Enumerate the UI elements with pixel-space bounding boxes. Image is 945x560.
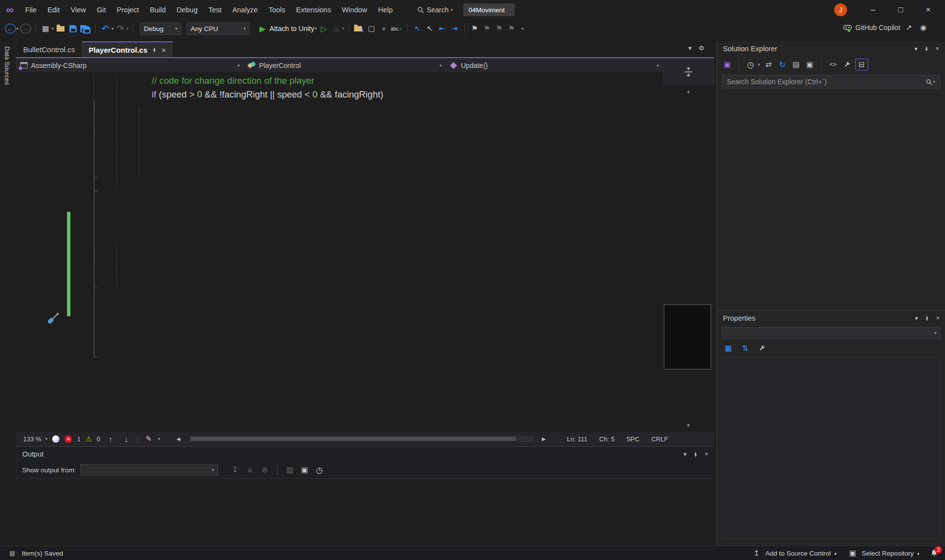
navigate-cursor-icon[interactable]: ↖	[412, 23, 423, 34]
menu-window[interactable]: Window	[336, 0, 373, 20]
close-panel-icon[interactable]: ×	[936, 45, 939, 52]
toolbar-options-overflow-icon[interactable]: ▾	[521, 26, 524, 31]
properties-wrench-icon[interactable]	[842, 59, 852, 70]
attach-to-unity-button[interactable]: Attach to Unity	[269, 25, 314, 33]
horizontal-scrollbar[interactable]	[189, 436, 533, 442]
output-source-dropdown[interactable]: ▾	[80, 464, 218, 476]
editor-minimap[interactable]: ▲ ▼	[663, 86, 714, 431]
solution-configuration-combo[interactable]: Debug ▾	[140, 23, 181, 35]
github-copilot-label[interactable]: GitHub Copilot	[855, 24, 900, 32]
preview-selected-icon[interactable]: ▣	[805, 59, 815, 70]
document-options-gear-icon[interactable]: ⚙	[699, 44, 705, 52]
tab-list-dropdown-icon[interactable]: ▾	[688, 44, 692, 52]
hscroll-left-icon[interactable]: ◂	[173, 433, 184, 445]
properties-object-combo[interactable]: ▾	[722, 327, 941, 339]
close-panel-icon[interactable]: ×	[705, 451, 708, 458]
copilot-attach-icon[interactable]: ▣	[299, 464, 310, 476]
filter-dropdown-icon[interactable]: ▾	[758, 62, 760, 67]
code-cleanup-dropdown-icon[interactable]: ▾	[158, 436, 161, 441]
maximize-button[interactable]: □	[889, 0, 912, 20]
warning-icon[interactable]: ⚠	[86, 435, 92, 443]
output-content-area[interactable]	[16, 478, 714, 527]
pin-icon[interactable]	[693, 452, 698, 457]
menu-project[interactable]: Project	[111, 0, 144, 20]
close-button[interactable]: ×	[917, 0, 940, 20]
solution-explorer-search-input[interactable]: Search Solution Explorer (Ctrl+`) ▾	[722, 75, 940, 89]
sync-with-active-document-icon[interactable]: ⇄	[763, 59, 774, 70]
window-position-dropdown-icon[interactable]: ▾	[914, 45, 917, 52]
pin-icon[interactable]	[152, 47, 157, 53]
menu-view[interactable]: View	[65, 0, 91, 20]
navigate-back-icon[interactable]: ←	[5, 24, 16, 33]
horizontal-scrollbar-thumb[interactable]	[191, 437, 516, 441]
data-sources-tab[interactable]: Data Sources	[3, 46, 11, 85]
output-panel-header[interactable]: Output ▾ ×	[16, 447, 714, 461]
pin-icon[interactable]	[924, 46, 929, 52]
close-tab-icon[interactable]: ×	[162, 46, 166, 54]
switch-views-icon[interactable]: ▣	[722, 59, 733, 70]
line-cursor-icon[interactable]: ↖	[424, 23, 435, 34]
timestamp-clock-icon[interactable]: ◷	[314, 464, 325, 476]
zoom-dropdown-icon[interactable]: ▾	[45, 436, 48, 441]
prev-issue-arrow-icon[interactable]: ↑	[105, 433, 116, 445]
menu-tools[interactable]: Tools	[263, 0, 291, 20]
window-position-dropdown-icon[interactable]: ▾	[915, 315, 918, 322]
github-copilot-icon[interactable]	[843, 23, 852, 32]
redo-icon[interactable]: ↷	[115, 23, 126, 34]
menu-build[interactable]: Build	[144, 0, 171, 20]
type-dropdown[interactable]: PlayerControl ▾	[244, 58, 446, 72]
project-dropdown[interactable]: Assembly-CSharp ▾	[16, 58, 244, 72]
clear-output-icon[interactable]: ⊘	[260, 464, 270, 476]
undo-icon[interactable]: ↶	[100, 23, 111, 34]
menu-analyze[interactable]: Analyze	[227, 0, 263, 20]
warning-count[interactable]: 0	[97, 435, 100, 443]
menu-edit[interactable]: Edit	[42, 0, 65, 20]
share-icon[interactable]: ↗	[904, 22, 914, 33]
code-editor[interactable]: // code for change direction of the play…	[16, 73, 663, 431]
toggle-bookmark-icon[interactable]: ⚑	[469, 23, 480, 34]
alphabetical-view-icon[interactable]: ⇅	[740, 342, 750, 354]
solution-platform-combo[interactable]: Any CPU ▾	[187, 23, 250, 35]
navigate-back-dropdown-icon[interactable]: ▾	[16, 26, 19, 31]
avatar[interactable]: J	[834, 3, 847, 16]
code-cleanup-pencil-icon[interactable]: ✎	[143, 433, 154, 445]
indent-icon[interactable]: ⇥	[449, 23, 460, 34]
undo-dropdown-icon[interactable]: ▾	[111, 26, 114, 31]
new-project-dropdown-icon[interactable]: ▾	[52, 26, 54, 31]
properties-header[interactable]: Properties ▾ ×	[717, 311, 945, 326]
view-code-icon[interactable]: <>	[828, 59, 839, 70]
code-line[interactable]: // code for change direction of the play…	[103, 74, 681, 88]
select-repository-button[interactable]: ▣ Select Repository ▴	[847, 547, 919, 559]
zoom-level[interactable]: 133 %	[23, 435, 41, 443]
save-icon[interactable]	[67, 23, 78, 34]
overflow-list-icon[interactable]: ≡	[378, 23, 389, 34]
menu-extensions[interactable]: Extensions	[291, 0, 336, 20]
categorized-view-icon[interactable]: ▦	[723, 342, 734, 354]
line-ending-indicator[interactable]: CRLF	[652, 435, 668, 443]
close-panel-icon[interactable]: ×	[936, 315, 940, 322]
start-without-debugging-icon[interactable]: ▷	[319, 23, 329, 34]
spell-check-abc-icon[interactable]: abc✓	[391, 23, 403, 34]
error-icon[interactable]: ✕	[65, 435, 72, 443]
notifications-bell-icon[interactable]: 2	[930, 549, 938, 557]
attach-dropdown-icon[interactable]: ▾	[315, 26, 317, 31]
scroll-down-icon[interactable]: ▼	[663, 423, 714, 428]
search-menu[interactable]: Search ▾	[417, 6, 453, 14]
window-position-dropdown-icon[interactable]: ▾	[684, 451, 686, 458]
collapse-all-icon[interactable]: ▤	[791, 59, 802, 70]
code-text-area[interactable]: // code for change direction of the play…	[103, 74, 681, 101]
quick-actions-screwdriver-icon[interactable]	[45, 310, 64, 328]
navigate-forward-icon[interactable]: →	[20, 24, 31, 33]
menu-git[interactable]: Git	[92, 0, 112, 20]
property-pages-wrench-icon[interactable]	[756, 342, 767, 354]
refresh-icon[interactable]: ↻	[777, 59, 788, 70]
solution-explorer-header[interactable]: Solution Explorer ▾ ×	[717, 41, 945, 56]
code-line[interactable]: if (speed > 0 && !facingRight || speed <…	[103, 88, 681, 101]
menu-help[interactable]: Help	[373, 0, 398, 20]
menu-debug[interactable]: Debug	[171, 0, 203, 20]
column-indicator[interactable]: Ch: 5	[599, 435, 615, 443]
copilot-status-icon[interactable]: ◉	[918, 22, 929, 33]
error-count[interactable]: 1	[77, 435, 80, 443]
minimap-viewport[interactable]	[664, 304, 711, 369]
hscroll-right-icon[interactable]: ▸	[538, 433, 549, 445]
